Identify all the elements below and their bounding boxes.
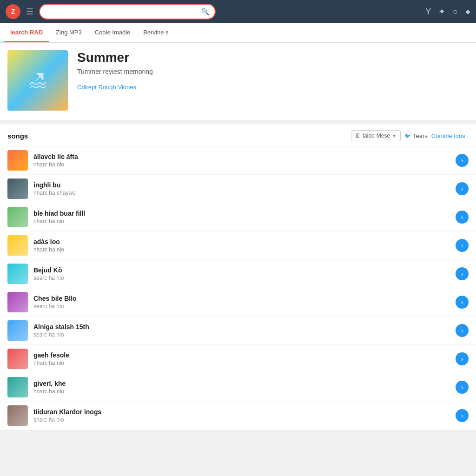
search-input[interactable]: Zip Noic Nă	[46, 8, 201, 15]
chevron-right-icon: ›	[461, 383, 463, 391]
song-thumbnail	[7, 178, 28, 199]
song-artist: searc ha nio	[33, 303, 456, 310]
song-info: gaeh fesole nharc ha nio	[28, 351, 456, 366]
album-title: Summer	[77, 50, 469, 65]
song-item[interactable]: Alniga stalsh 15th searc ha nio ›	[0, 317, 476, 345]
album-header: 🏖 Summer Tummer reyiest memoring Cdirept…	[0, 43, 476, 124]
song-info: tiiduran Klardor inogs snarc ha nio	[28, 408, 456, 423]
songs-sort-dropdown[interactable]: 🗓 Iaioo-Mese ▼	[351, 130, 401, 141]
song-artist: nharc ha nio	[33, 360, 456, 366]
song-info: adàs loo nharc ha nio	[28, 238, 456, 253]
song-item[interactable]: tiiduran Klardor inogs snarc ha nio ›	[0, 402, 476, 430]
sort-label: Iaioo-Mese	[363, 132, 390, 139]
song-play-button[interactable]: ›	[456, 239, 469, 252]
tab-zing-mp3[interactable]: Zing MP3	[49, 23, 88, 42]
album-info: Summer Tummer reyiest memoring Cdirept R…	[68, 50, 469, 91]
tab-coole-imadie[interactable]: Coole Imadie	[88, 23, 137, 42]
song-info: inghli bu nharc ha chaywo	[28, 181, 456, 196]
song-thumbnail	[7, 235, 28, 256]
song-list: àllavcb lie áfta nharc ha nio › inghli b…	[0, 146, 476, 430]
song-name: gaeh fesole	[33, 351, 456, 359]
logo[interactable]: Z	[6, 4, 20, 19]
song-thumbnail	[7, 320, 28, 341]
song-name: àllavcb lie áfta	[33, 153, 456, 160]
search-icon[interactable]: 🔍	[201, 8, 209, 15]
song-item[interactable]: gaeh fesole nharc ha nio ›	[0, 345, 476, 373]
song-play-button[interactable]: ›	[456, 296, 469, 309]
song-item[interactable]: adàs loo nharc ha nio ›	[0, 231, 476, 260]
header-icons: Y ✦ ○ ●	[425, 7, 470, 17]
header-icon-user[interactable]: ●	[465, 7, 470, 17]
song-play-button[interactable]: ›	[456, 267, 469, 280]
chevron-right-icon: ›	[461, 242, 463, 249]
song-name: ble hiad buar filll	[33, 210, 456, 217]
album-cover-image: 🏖	[7, 50, 68, 111]
song-name: tiiduran Klardor inogs	[33, 408, 456, 416]
song-info: Bejud Kõ searc ha nio	[28, 266, 456, 281]
tabs-bar: iearch RAD Zing MP3 Coole Imadie Bervine…	[0, 23, 476, 43]
chevron-right-icon: ›	[461, 412, 463, 419]
song-thumbnail	[7, 292, 28, 312]
song-item[interactable]: Bejud Kõ searc ha nio ›	[0, 260, 476, 288]
songs-section: songs 🗓 Iaioo-Mese ▼ 🐦 Tears Contole Ido…	[0, 124, 476, 430]
chevron-right-icon: ›	[461, 327, 463, 334]
song-info: àllavcb lie áfta nharc ha nio	[28, 153, 456, 168]
songs-title: songs	[7, 132, 28, 140]
chevron-right-icon: ›	[461, 213, 463, 221]
songs-tag: 🐦 Tears	[404, 132, 428, 139]
songs-controls: 🗓 Iaioo-Mese ▼ 🐦 Tears Contole Idos ·	[351, 130, 469, 141]
album-subtitle: Tummer reyiest memoring	[77, 68, 469, 75]
song-info: Ches bile Bllo searc ha nio	[28, 295, 456, 310]
tab-search-rad[interactable]: iearch RAD	[4, 23, 49, 42]
song-artist: nharc ha nio	[33, 246, 456, 253]
song-play-button[interactable]: ›	[456, 352, 469, 365]
song-artist: searc ha nio	[33, 331, 456, 338]
songs-more-button[interactable]: Contole Idos ·	[431, 132, 469, 139]
song-item[interactable]: inghli bu nharc ha chaywo ›	[0, 175, 476, 203]
song-thumbnail	[7, 349, 28, 369]
song-play-button[interactable]: ›	[456, 182, 469, 195]
song-name: Alniga stalsh 15th	[33, 323, 456, 331]
song-name: giverl, khe	[33, 380, 456, 387]
chevron-right-icon: ›	[461, 355, 463, 363]
song-info: ble hiad buar filll nharc ha nio	[28, 210, 456, 225]
song-name: Ches bile Bllo	[33, 295, 456, 302]
header: Z ☰ Zip Noic Nă 🔍 Y ✦ ○ ●	[0, 0, 476, 23]
logo-text: Z	[11, 8, 15, 15]
chevron-right-icon: ›	[461, 157, 463, 164]
song-thumbnail	[7, 377, 28, 397]
tab-bervine[interactable]: Bervine s	[137, 23, 175, 42]
album-cover: 🏖	[7, 50, 68, 111]
song-artist: searc ha nio	[33, 275, 456, 281]
song-artist: hnarc ha nio	[33, 388, 456, 395]
song-name: Bejud Kõ	[33, 266, 456, 274]
song-info: Alniga stalsh 15th searc ha nio	[28, 323, 456, 338]
header-icon-y[interactable]: Y	[425, 7, 431, 17]
song-thumbnail	[7, 150, 28, 171]
song-play-button[interactable]: ›	[456, 324, 469, 337]
song-play-button[interactable]: ›	[456, 154, 469, 167]
song-play-button[interactable]: ›	[456, 381, 469, 394]
song-name: adàs loo	[33, 238, 456, 245]
tag-label: Tears	[413, 132, 428, 139]
menu-icon[interactable]: ☰	[26, 7, 33, 17]
song-item[interactable]: ble hiad buar filll nharc ha nio ›	[0, 203, 476, 231]
header-icon-circle[interactable]: ○	[453, 7, 458, 17]
tag-icon: 🐦	[404, 133, 411, 139]
song-item[interactable]: Ches bile Bllo searc ha nio ›	[0, 288, 476, 317]
song-item[interactable]: giverl, khe hnarc ha nio ›	[0, 373, 476, 402]
song-artist: nharc ha nio	[33, 218, 456, 225]
sort-icon: 🗓	[355, 132, 361, 139]
album-cover-art: 🏖	[28, 70, 47, 91]
chevron-right-icon: ›	[461, 270, 463, 278]
album-action-link[interactable]: Cdirept Rouqh Viones	[77, 84, 136, 91]
song-item[interactable]: àllavcb lie áfta nharc ha nio ›	[0, 146, 476, 175]
chevron-right-icon: ›	[461, 298, 463, 306]
header-icon-star[interactable]: ✦	[438, 7, 445, 17]
song-play-button[interactable]: ›	[456, 409, 469, 422]
song-play-button[interactable]: ›	[456, 211, 469, 224]
search-bar: Zip Noic Nă 🔍	[39, 4, 216, 20]
chevron-right-icon: ›	[461, 185, 463, 192]
chevron-down-icon: ▼	[392, 133, 397, 139]
songs-header: songs 🗓 Iaioo-Mese ▼ 🐦 Tears Contole Ido…	[0, 124, 476, 146]
